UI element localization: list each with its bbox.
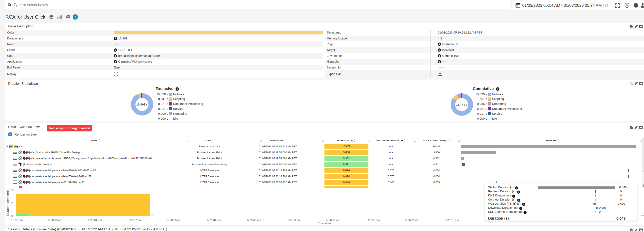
svg-text:CSV: CSV	[631, 230, 633, 231]
svg-text:CSV: CSV	[631, 127, 633, 129]
svg-text:CSV: CSV	[631, 26, 633, 28]
